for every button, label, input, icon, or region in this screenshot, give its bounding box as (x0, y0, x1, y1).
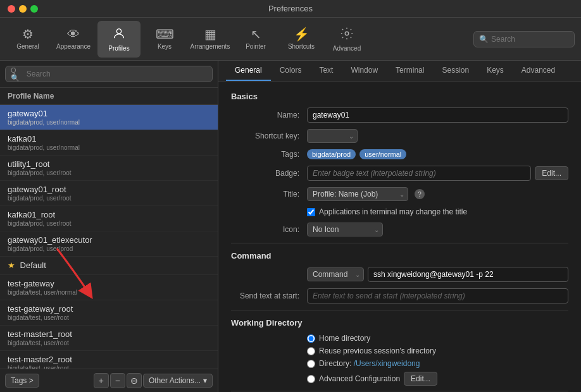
toolbar-item-general[interactable]: ⚙ General (6, 21, 49, 58)
send-text-label: Send text at start: (231, 291, 307, 300)
toolbar-item-advanced[interactable]: Advanced (325, 21, 368, 58)
command-type-wrapper: Command (307, 267, 364, 281)
radio-directory-label: Directory: /Users/xingweidong (319, 359, 420, 368)
other-actions-button[interactable]: Other Actions... ▾ (143, 374, 213, 388)
copy-profile-button[interactable]: ⊖ (127, 373, 142, 388)
profile-sub: bigdata/test, user/root (8, 340, 210, 346)
icon-select[interactable]: No Icon (307, 223, 383, 236)
profile-name: test-master2_root (8, 355, 210, 364)
basics-divider (231, 243, 568, 243)
maximize-button[interactable] (30, 5, 38, 13)
profile-list-header: Profile Name (0, 88, 218, 105)
main-content: Q🔍 Profile Name gateway01 bigdata/prod, … (0, 61, 581, 392)
list-item[interactable]: gateway01_etlexecutor bigdata/prod, user… (0, 231, 218, 257)
toolbar-label-arrangements: Arrangements (191, 43, 230, 50)
eye-icon: 👁 (67, 28, 80, 40)
send-text-input[interactable] (307, 288, 568, 303)
radio-directory-input[interactable] (307, 360, 315, 368)
list-item[interactable]: test-gateway bigdata/test, user/normal (0, 275, 218, 300)
shortcut-select[interactable] (307, 129, 358, 143)
icon-row: Icon: No Icon (231, 223, 568, 236)
tab-terminal[interactable]: Terminal (387, 61, 433, 81)
tab-session[interactable]: Session (433, 61, 478, 81)
tags-control: bigdata/prod user/normal (307, 149, 568, 159)
toolbar-search-input[interactable] (491, 35, 569, 44)
remove-profile-button[interactable]: − (110, 373, 125, 388)
radio-home-input[interactable] (307, 334, 315, 343)
name-input[interactable] (307, 107, 568, 123)
tab-colors[interactable]: Colors (271, 61, 311, 81)
tab-general[interactable]: General (226, 61, 271, 81)
radio-reuse-input[interactable] (307, 347, 315, 355)
toolbar-item-pointer[interactable]: ↖ Pointer (234, 21, 277, 58)
profile-name: gateway01 (8, 109, 210, 118)
tab-window[interactable]: Window (342, 61, 387, 81)
profile-name: kafka01_root (8, 210, 210, 219)
advanced-config-edit-button[interactable]: Edit... (404, 372, 437, 386)
title-bar: Preferences (0, 0, 581, 18)
command-divider (231, 310, 568, 310)
toolbar-label-appearance: Appearance (56, 43, 91, 50)
name-label: Name: (231, 111, 307, 119)
profile-sub: bigdata/prod, user/normal (8, 144, 210, 151)
sidebar-search-input[interactable] (27, 70, 207, 78)
settings-content: Basics Name: Shortcut key: (218, 82, 581, 392)
profile-sub: bigdata/prod, user/root (8, 220, 210, 227)
toolbar-item-shortcuts[interactable]: ⚡ Shortcuts (280, 21, 323, 58)
toolbar-label-advanced: Advanced (333, 45, 361, 52)
sidebar: Q🔍 Profile Name gateway01 bigdata/prod, … (0, 61, 218, 392)
tab-text[interactable]: Text (310, 61, 342, 81)
toolbar-item-keys[interactable]: ⌨ Keys (143, 21, 186, 58)
command-input[interactable] (368, 267, 568, 282)
list-item[interactable]: test-master1_root bigdata/test, user/roo… (0, 326, 218, 351)
list-item[interactable]: kafka01 bigdata/prod, user/normal (0, 130, 218, 156)
sidebar-search-container: Q🔍 (0, 61, 218, 88)
working-dir-section-title: Working Directory (231, 318, 568, 328)
shortcut-label: Shortcut key: (231, 132, 307, 140)
traffic-lights (8, 5, 38, 13)
add-profile-button[interactable]: + (94, 373, 109, 388)
toolbar-label-profiles: Profiles (108, 45, 129, 52)
list-item[interactable]: gateway01_root bigdata/prod, user/root (0, 181, 218, 206)
badge-edit-button[interactable]: Edit... (535, 166, 568, 180)
close-button[interactable] (8, 5, 15, 13)
badge-row: Badge: Edit... (231, 166, 568, 181)
profile-name: test-gateway (8, 279, 210, 288)
profile-sub: bigdata/test, user/root (8, 314, 210, 321)
badge-input[interactable] (307, 166, 531, 181)
apps-change-title-checkbox[interactable] (307, 208, 315, 216)
directory-path: /Users/xingweidong (354, 359, 420, 368)
tag-bigdata-prod[interactable]: bigdata/prod (307, 149, 356, 159)
minimize-button[interactable] (19, 5, 27, 13)
icon-select-wrapper: No Icon (307, 223, 383, 236)
toolbar-item-appearance[interactable]: 👁 Appearance (52, 21, 95, 58)
command-type-select[interactable]: Command (307, 267, 364, 281)
apps-title-row: Applications in terminal may change the … (307, 207, 568, 216)
title-help-icon[interactable]: ? (415, 189, 425, 199)
title-select[interactable]: Profile: Name (Job) (307, 187, 408, 201)
shortcut-row: Shortcut key: (231, 129, 568, 143)
shortcut-control (307, 129, 568, 143)
tags-button[interactable]: Tags > (5, 374, 39, 388)
list-item[interactable]: test-gateway_root bigdata/test, user/roo… (0, 300, 218, 326)
list-item[interactable]: gateway01 bigdata/prod, user/normal (0, 105, 218, 130)
list-item[interactable]: ★ Default (0, 257, 218, 275)
tab-advanced[interactable]: Advanced (513, 61, 564, 81)
list-item[interactable]: kafka01_root bigdata/prod, user/root (0, 206, 218, 231)
person-icon (112, 27, 126, 42)
title-row: Title: Profile: Name (Job) ? (231, 187, 568, 201)
toolbar-item-profiles[interactable]: Profiles (97, 21, 141, 58)
toolbar-item-arrangements[interactable]: ▦ Arrangements (189, 21, 232, 58)
profile-sub: bigdata/test, user/normal (8, 289, 210, 296)
working-dir-divider (231, 391, 568, 391)
list-item[interactable]: test-master2_root bigdata/test, user/roo… (0, 351, 218, 369)
title-control: Profile: Name (Job) ? (307, 187, 568, 201)
tab-keys[interactable]: Keys (478, 61, 513, 81)
profile-name: gateway01_etlexecutor (8, 235, 210, 245)
list-item[interactable]: utility1_root bigdata/prod, user/root (0, 156, 218, 181)
radio-advanced-label: Advanced Configuration (319, 374, 400, 383)
badge-control: Edit... (307, 166, 568, 181)
radio-advanced-input[interactable] (307, 375, 315, 383)
tag-user-normal[interactable]: user/normal (359, 149, 406, 159)
icon-control: No Icon (307, 223, 568, 236)
